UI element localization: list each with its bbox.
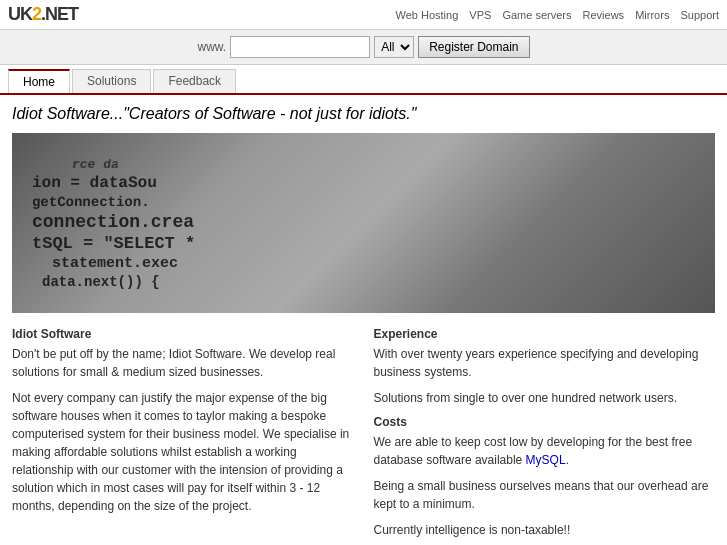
code-line-6: statement.exec — [52, 255, 695, 272]
code-line-5: tSQL = "SELECT * — [32, 234, 695, 253]
header: UK2.NET Web Hosting VPS Game servers Rev… — [0, 0, 727, 30]
tab-feedback[interactable]: Feedback — [153, 69, 236, 93]
domain-input[interactable] — [230, 36, 370, 58]
costs-section: Costs We are able to keep cost low by de… — [374, 415, 716, 539]
experience-para2: Solutions from single to over one hundre… — [374, 389, 716, 407]
nav-vps[interactable]: VPS — [469, 9, 491, 21]
code-overlay: rce da ion = dataSou getConnection. conn… — [12, 133, 715, 313]
code-line-1: rce da — [71, 157, 696, 172]
experience-section: Experience With over twenty years experi… — [374, 327, 716, 407]
register-domain-button[interactable]: Register Domain — [418, 36, 529, 58]
page-title: Idiot Software..."Creators of Software -… — [12, 105, 715, 123]
idiot-software-section: Idiot Software Don't be put off by the n… — [12, 327, 354, 515]
tab-home[interactable]: Home — [8, 69, 70, 93]
experience-title: Experience — [374, 327, 716, 341]
logo[interactable]: UK2.NET — [8, 4, 78, 25]
idiot-software-para1: Don't be put off by the name; Idiot Soft… — [12, 345, 354, 381]
main-content: Idiot Software..."Creators of Software -… — [0, 95, 727, 545]
left-column: Idiot Software Don't be put off by the n… — [12, 327, 354, 545]
nav-game-servers[interactable]: Game servers — [502, 9, 571, 21]
mysql-link[interactable]: MySQL — [526, 453, 566, 467]
code-line-7: data.next()) { — [42, 274, 695, 290]
logo-highlight: 2 — [32, 4, 41, 24]
hero-canvas: rce da ion = dataSou getConnection. conn… — [12, 133, 715, 313]
code-line-4: connection.crea — [32, 212, 695, 232]
idiot-software-title: Idiot Software — [12, 327, 354, 341]
nav-web-hosting[interactable]: Web Hosting — [395, 9, 458, 21]
tabs: Home Solutions Feedback — [0, 69, 727, 95]
nav-support[interactable]: Support — [680, 9, 719, 21]
hero-image: rce da ion = dataSou getConnection. conn… — [12, 133, 715, 313]
code-line-3: getConnection. — [32, 194, 695, 210]
costs-para1: We are able to keep cost low by developi… — [374, 433, 716, 469]
code-line-2: ion = dataSou — [32, 174, 695, 192]
costs-title: Costs — [374, 415, 716, 429]
top-nav: Web Hosting VPS Game servers Reviews Mir… — [387, 9, 719, 21]
domain-bar: www. All Register Domain — [0, 30, 727, 65]
idiot-software-para2: Not every company can justify the major … — [12, 389, 354, 515]
costs-para2: Being a small business ourselves means t… — [374, 477, 716, 513]
www-label: www. — [197, 40, 226, 54]
tab-solutions[interactable]: Solutions — [72, 69, 151, 93]
costs-para3: Currently intelligence is non-taxable!! — [374, 521, 716, 539]
experience-para1: With over twenty years experience specif… — [374, 345, 716, 381]
nav-mirrors[interactable]: Mirrors — [635, 9, 669, 21]
nav-reviews[interactable]: Reviews — [583, 9, 625, 21]
right-column: Experience With over twenty years experi… — [374, 327, 716, 545]
content-columns: Idiot Software Don't be put off by the n… — [12, 327, 715, 545]
domain-select[interactable]: All — [374, 36, 414, 58]
